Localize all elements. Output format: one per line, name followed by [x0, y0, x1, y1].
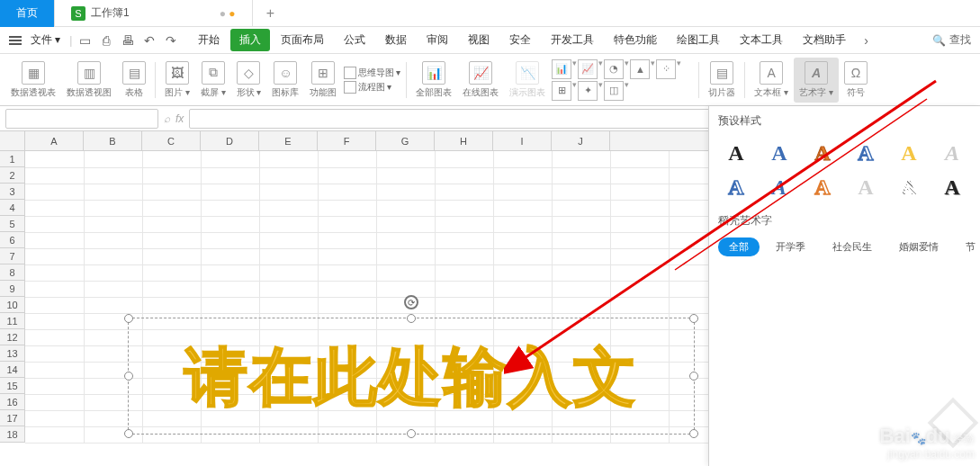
- home-tab[interactable]: 首页: [0, 0, 55, 27]
- demochart-button[interactable]: 📉演示图表: [504, 58, 551, 103]
- resize-handle-tm[interactable]: [407, 314, 416, 323]
- tab-drawtools[interactable]: 绘图工具: [668, 29, 729, 51]
- save-icon[interactable]: ⎙: [97, 33, 115, 48]
- search-icon[interactable]: 🔍: [932, 34, 946, 47]
- preset-5[interactable]: A: [887, 136, 931, 170]
- onlinecharts-button[interactable]: 📈在线图表: [457, 58, 504, 103]
- col-G[interactable]: G: [376, 131, 435, 150]
- row-17[interactable]: 17: [0, 410, 24, 426]
- tab-security[interactable]: 安全: [500, 29, 540, 51]
- symbol-button[interactable]: Ω符号: [839, 58, 873, 103]
- preset-3[interactable]: A: [801, 136, 844, 170]
- col-C[interactable]: C: [142, 131, 201, 150]
- wordart-text[interactable]: 请在此处输入文: [129, 318, 694, 435]
- more-tabs-icon[interactable]: ›: [857, 33, 875, 48]
- preset-2[interactable]: A: [758, 136, 801, 170]
- select-all-corner[interactable]: [0, 131, 25, 150]
- row-16[interactable]: 16: [0, 394, 24, 410]
- col-H[interactable]: H: [435, 131, 493, 150]
- chip-festival[interactable]: 节: [955, 237, 980, 256]
- tab-view[interactable]: 视图: [459, 29, 499, 51]
- row-7[interactable]: 7: [0, 248, 24, 264]
- area-chart-icon[interactable]: ▲: [630, 59, 650, 79]
- flowchart-button[interactable]: 流程图 ▾: [344, 81, 400, 94]
- table-button[interactable]: ▤表格: [117, 58, 151, 103]
- resize-handle-tr[interactable]: [689, 314, 698, 323]
- mindmap-button[interactable]: 思维导图 ▾: [344, 67, 400, 79]
- picture-button[interactable]: 🖼图片 ▾: [159, 58, 195, 103]
- bar-chart-icon[interactable]: 📊: [552, 59, 571, 79]
- preset-12[interactable]: A: [931, 170, 974, 204]
- chip-marriage[interactable]: 婚姻爱情: [888, 237, 949, 256]
- print-icon[interactable]: 🖶: [119, 33, 137, 48]
- col-B[interactable]: B: [84, 131, 142, 150]
- chip-all[interactable]: 全部: [718, 237, 760, 256]
- preset-7[interactable]: A: [715, 170, 758, 204]
- preset-1[interactable]: A: [715, 136, 758, 170]
- col-J[interactable]: J: [552, 131, 610, 150]
- row-4[interactable]: 4: [0, 200, 24, 216]
- funcchart-button[interactable]: ⊞功能图: [304, 58, 342, 103]
- screenshot-button[interactable]: ⧉截屏 ▾: [195, 58, 231, 103]
- tab-pagelayout[interactable]: 页面布局: [272, 29, 333, 51]
- row-8[interactable]: 8: [0, 264, 24, 281]
- resize-handle-bm[interactable]: [407, 429, 416, 438]
- preset-4[interactable]: A: [844, 136, 887, 170]
- resize-handle-br[interactable]: [689, 429, 698, 438]
- radar-chart-icon[interactable]: ✦: [578, 81, 598, 101]
- preset-9[interactable]: A: [801, 170, 844, 204]
- icons-button[interactable]: ☺图标库: [266, 58, 304, 103]
- workbook-tab[interactable]: S 工作簿1 ● ●: [55, 0, 253, 27]
- shapes-button[interactable]: ◇形状 ▾: [231, 58, 267, 103]
- resize-handle-bl[interactable]: [124, 429, 133, 438]
- row-5[interactable]: 5: [0, 216, 24, 232]
- row-9[interactable]: 9: [0, 281, 24, 297]
- wordart-object[interactable]: ⟳ 请在此处输入文: [128, 318, 695, 435]
- rotate-handle[interactable]: ⟳: [404, 295, 418, 309]
- add-tab-button[interactable]: +: [253, 5, 289, 22]
- tab-insert[interactable]: 插入: [230, 29, 270, 51]
- preset-11[interactable]: A: [887, 170, 931, 204]
- wordart-button[interactable]: A艺术字 ▾: [794, 58, 839, 103]
- row-13[interactable]: 13: [0, 345, 24, 362]
- slicer-button[interactable]: ▤切片器: [703, 58, 741, 103]
- tab-devtools[interactable]: 开发工具: [542, 29, 603, 51]
- resize-handle-mr[interactable]: [689, 372, 698, 381]
- row-1[interactable]: 1: [0, 151, 24, 167]
- allcharts-button[interactable]: 📊全部图表: [410, 58, 457, 103]
- row-10[interactable]: 10: [0, 297, 24, 313]
- col-A[interactable]: A: [25, 131, 84, 150]
- preset-6[interactable]: A: [931, 136, 974, 170]
- tab-review[interactable]: 审阅: [418, 29, 457, 51]
- tab-features[interactable]: 特色功能: [605, 29, 666, 51]
- stock-chart-icon[interactable]: ⊞: [552, 81, 571, 101]
- resize-handle-ml[interactable]: [124, 372, 133, 381]
- scatter-chart-icon[interactable]: ⁘: [656, 59, 676, 79]
- tab-texttools[interactable]: 文本工具: [731, 29, 792, 51]
- combo-chart-icon[interactable]: ◫: [604, 81, 624, 101]
- col-D[interactable]: D: [201, 131, 259, 150]
- pivottable-button[interactable]: ▦数据透视表: [5, 58, 61, 103]
- textbox-button[interactable]: A文本框 ▾: [749, 58, 794, 103]
- tab-start[interactable]: 开始: [189, 29, 229, 51]
- new-icon[interactable]: ▭: [76, 33, 94, 48]
- row-12[interactable]: 12: [0, 329, 24, 345]
- file-menu[interactable]: 文件 ▾: [31, 32, 60, 48]
- tab-data[interactable]: 数据: [376, 29, 416, 51]
- pivotchart-button[interactable]: ▥数据透视图: [61, 58, 117, 103]
- line-chart-icon[interactable]: 📈: [578, 59, 598, 79]
- resize-handle-tl[interactable]: [124, 314, 133, 323]
- col-I[interactable]: I: [493, 131, 552, 150]
- chip-school[interactable]: 开学季: [765, 237, 816, 256]
- fx-search-icon[interactable]: ⌕: [164, 112, 170, 125]
- row-6[interactable]: 6: [0, 232, 24, 248]
- col-F[interactable]: F: [318, 131, 376, 150]
- tab-dochelper[interactable]: 文档助手: [794, 29, 855, 51]
- name-box[interactable]: [5, 109, 158, 129]
- row-3[interactable]: 3: [0, 184, 24, 200]
- hamburger-icon[interactable]: [9, 36, 22, 45]
- chip-society[interactable]: 社会民生: [822, 237, 883, 256]
- row-2[interactable]: 2: [0, 167, 24, 184]
- undo-icon[interactable]: ↶: [140, 33, 158, 48]
- row-15[interactable]: 15: [0, 378, 24, 394]
